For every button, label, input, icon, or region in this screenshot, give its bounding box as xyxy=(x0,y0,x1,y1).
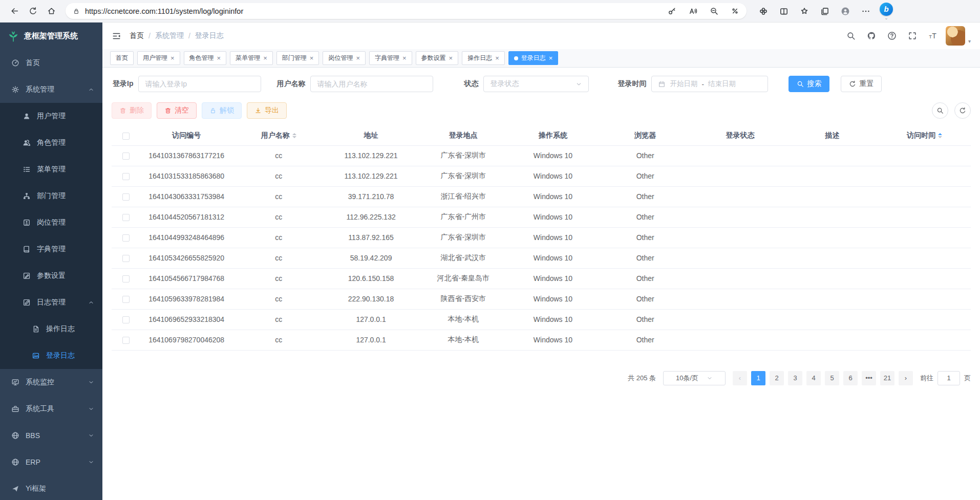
table-row[interactable]: 1641069798270046208cc127.0.0.1本地-本机Windo… xyxy=(112,330,971,350)
page-button-6[interactable]: 6 xyxy=(843,371,858,385)
sidebar-item-岗位管理[interactable]: 岗位管理 xyxy=(0,209,102,236)
table-row[interactable]: 1641043063331753984cc39.171.210.78浙江省-绍兴… xyxy=(112,186,971,207)
row-checkbox[interactable] xyxy=(122,193,130,201)
more-menu-icon[interactable] xyxy=(861,7,870,16)
sort-caret-icon[interactable] xyxy=(292,133,296,138)
profile-avatar-icon[interactable] xyxy=(841,7,850,16)
read-aloud-icon[interactable] xyxy=(689,7,697,15)
search-icon[interactable] xyxy=(846,31,856,40)
page-size-select[interactable]: 10条/页 xyxy=(663,371,726,385)
row-checkbox[interactable] xyxy=(122,214,130,221)
login-ip-input[interactable] xyxy=(145,80,254,88)
copilot-icon[interactable]: b ⌄ xyxy=(880,3,893,20)
url-text[interactable]: https://ccnetcore.com:1101/system/log/lo… xyxy=(85,7,663,15)
column-header-用户名称[interactable]: 用户名称 xyxy=(232,126,325,145)
search-button[interactable]: 搜索 xyxy=(789,76,829,92)
close-tab-icon[interactable]: × xyxy=(495,54,499,62)
page-button-21[interactable]: 21 xyxy=(880,371,894,385)
collapse-sidebar-icon[interactable] xyxy=(112,31,121,41)
page-button-3[interactable]: 3 xyxy=(788,371,802,385)
sidebar-item-菜单管理[interactable]: 菜单管理 xyxy=(0,156,102,183)
sidebar-item-部门管理[interactable]: 部门管理 xyxy=(0,183,102,209)
extensions-icon[interactable] xyxy=(759,7,768,16)
tab-角色管理[interactable]: 角色管理× xyxy=(184,51,227,65)
sidebar-item-系统监控[interactable]: 系统监控 xyxy=(0,369,102,396)
tab-用户管理[interactable]: 用户管理× xyxy=(137,51,180,65)
row-checkbox[interactable] xyxy=(122,234,130,242)
reset-button[interactable]: 重置 xyxy=(841,76,882,92)
sidebar-item-系统工具[interactable]: 系统工具 xyxy=(0,396,102,422)
sidebar-item-BBS[interactable]: BBS xyxy=(0,422,102,449)
sidebar-item-ERP[interactable]: ERP xyxy=(0,449,102,475)
sidebar-item-字典管理[interactable]: 字典管理 xyxy=(0,236,102,263)
sidebar-item-操作日志[interactable]: 操作日志 xyxy=(0,316,102,342)
login-ip-field[interactable] xyxy=(138,76,261,92)
jump-page-input[interactable] xyxy=(938,371,960,385)
split-screen-icon[interactable] xyxy=(779,7,789,16)
table-row[interactable]: 1641044520567181312cc112.96.225.132广东省-广… xyxy=(112,207,971,227)
address-bar[interactable]: https://ccnetcore.com:1101/system/log/lo… xyxy=(66,3,747,19)
search-circle-button[interactable] xyxy=(932,102,948,119)
tab-字典管理[interactable]: 字典管理× xyxy=(369,51,412,65)
sidebar-item-日志管理[interactable]: 日志管理 xyxy=(0,289,102,316)
sidebar-item-角色管理[interactable]: 角色管理 xyxy=(0,129,102,156)
zoom-percent-icon[interactable] xyxy=(731,7,739,15)
row-checkbox[interactable] xyxy=(122,337,130,344)
table-row[interactable]: 1641044993248464896cc113.87.92.165广东省-深圳… xyxy=(112,227,971,248)
table-row[interactable]: 1641031367863177216cc113.102.129.221广东省-… xyxy=(112,145,971,166)
sidebar-item-用户管理[interactable]: 用户管理 xyxy=(0,103,102,129)
password-key-icon[interactable] xyxy=(668,7,676,15)
close-tab-icon[interactable]: × xyxy=(402,54,407,62)
back-button[interactable] xyxy=(5,2,24,20)
page-button-5[interactable]: 5 xyxy=(825,371,839,385)
status-select[interactable]: 登录状态 xyxy=(483,76,589,92)
row-checkbox[interactable] xyxy=(122,296,130,303)
refresh-button[interactable] xyxy=(24,2,42,20)
row-checkbox[interactable] xyxy=(122,153,130,160)
page-button-4[interactable]: 4 xyxy=(806,371,821,385)
favorites-icon[interactable] xyxy=(800,7,809,16)
close-tab-icon[interactable]: × xyxy=(549,54,553,62)
tab-参数设置[interactable]: 参数设置× xyxy=(416,51,459,65)
tab-部门管理[interactable]: 部门管理× xyxy=(276,51,319,65)
close-tab-icon[interactable]: × xyxy=(356,54,360,62)
row-checkbox[interactable] xyxy=(122,316,130,323)
close-tab-icon[interactable]: × xyxy=(217,54,221,62)
page-button-2[interactable]: 2 xyxy=(770,371,784,385)
avatar[interactable] xyxy=(946,26,965,46)
tab-首页[interactable]: 首页 xyxy=(110,51,134,65)
column-header-访问时间[interactable]: 访问时间 xyxy=(879,126,971,145)
sidebar-item-参数设置[interactable]: 参数设置 xyxy=(0,263,102,289)
table-row[interactable]: 1641069652933218304cc127.0.0.1本地-本机Windo… xyxy=(112,309,971,330)
tab-岗位管理[interactable]: 岗位管理× xyxy=(323,51,366,65)
font-size-icon[interactable]: TT xyxy=(928,31,938,40)
collections-icon[interactable] xyxy=(820,7,829,16)
sidebar-item-登录日志[interactable]: 登录日志 xyxy=(0,342,102,369)
table-row[interactable]: 1641054566717984768cc120.6.150.158河北省-秦皇… xyxy=(112,268,971,289)
username-field[interactable] xyxy=(310,76,433,92)
table-row[interactable]: 1641053426655825920cc58.19.42.209湖北省-武汉市… xyxy=(112,248,971,268)
refresh-circle-button[interactable] xyxy=(954,102,971,119)
table-row[interactable]: 1641059633978281984cc222.90.130.18陕西省-西安… xyxy=(112,289,971,309)
sidebar-item-系统管理[interactable]: 系统管理 xyxy=(0,76,102,103)
close-tab-icon[interactable]: × xyxy=(310,54,314,62)
sort-caret-icon[interactable] xyxy=(938,133,942,138)
解锁-button[interactable]: 解锁 xyxy=(202,102,242,119)
login-time-range[interactable]: 开始日期 - 结束日期 xyxy=(651,76,768,92)
github-icon[interactable] xyxy=(867,31,876,40)
close-tab-icon[interactable]: × xyxy=(171,54,175,62)
breadcrumb-item[interactable]: 首页 xyxy=(130,31,144,40)
username-input[interactable] xyxy=(317,80,427,88)
zoom-out-icon[interactable] xyxy=(710,7,718,15)
row-checkbox[interactable] xyxy=(122,275,130,282)
tab-登录日志[interactable]: 登录日志× xyxy=(508,51,559,65)
row-checkbox[interactable] xyxy=(122,173,130,180)
row-checkbox[interactable] xyxy=(122,255,130,262)
next-page-button[interactable]: › xyxy=(899,371,913,385)
删除-button[interactable]: 删除 xyxy=(112,102,152,119)
table-row[interactable]: 1641031533185863680cc113.102.129.221广东省-… xyxy=(112,166,971,186)
help-icon[interactable] xyxy=(887,31,897,40)
select-all-checkbox[interactable] xyxy=(122,133,130,140)
sidebar-item-首页[interactable]: 首页 xyxy=(0,50,102,76)
tab-菜单管理[interactable]: 菜单管理× xyxy=(230,51,273,65)
